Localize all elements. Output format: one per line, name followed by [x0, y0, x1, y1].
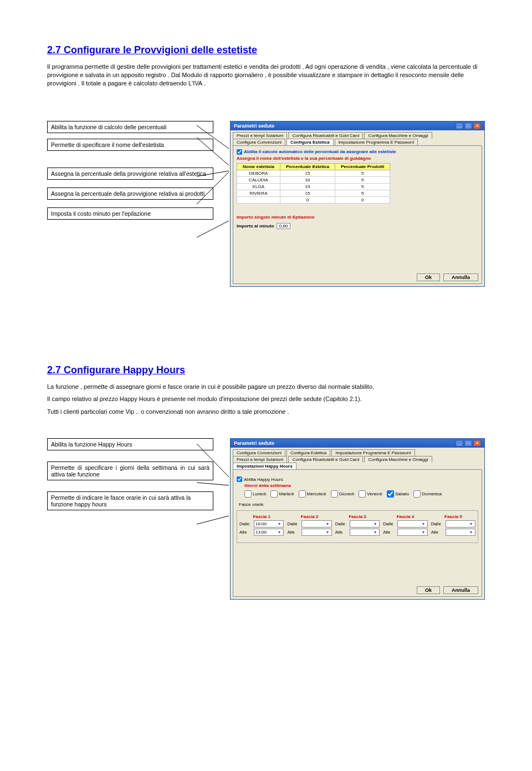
close-icon[interactable]: ×	[473, 440, 481, 447]
window-parametri-sedute: Parametri sedute _ □ × Prezzi e tempi So…	[230, 121, 485, 287]
heading-happy-hours: 2.7 Configurare Happy Hours	[47, 364, 485, 376]
checkbox-label: Abilita il calcolo automatico delle perc…	[244, 149, 396, 154]
day-mercoledi[interactable]	[299, 490, 306, 498]
tab-ricaricabili[interactable]: Configura Ricaricabili e Gold Card	[288, 132, 363, 139]
chevron-down-icon: ▾	[468, 521, 474, 526]
fascia5-header: Fascia 5	[431, 514, 475, 519]
day-lunedi[interactable]	[244, 490, 252, 498]
fascia2-dalle[interactable]: ▾	[301, 520, 331, 527]
window-parametri-sedute-hh: Parametri sedute _ □ × Configura Convenz…	[230, 438, 485, 600]
fascia5-alle[interactable]: ▾	[446, 529, 475, 536]
callout-percentuale-prodotti: Assegna la percentuale della provvigione…	[47, 187, 213, 200]
fascia3-header: Fascia 3	[335, 514, 380, 519]
hh-para1: La funzione , permette di assegnare gior…	[47, 383, 485, 391]
checkbox-abilita-hh[interactable]	[237, 476, 242, 482]
chevron-down-icon: ▾	[277, 521, 282, 526]
table-estetiste: Nome estetista Percentuale Estetica Perc…	[237, 163, 390, 204]
chevron-down-icon: ▾	[372, 521, 378, 526]
fascia2-alle[interactable]: ▾	[301, 529, 331, 536]
annulla-button[interactable]: Annulla	[443, 273, 478, 281]
checkbox-hh-label: Abilita Happy Hours	[244, 477, 283, 482]
giorni-label: Giorni della settimana	[244, 483, 478, 488]
fascia1-dalle[interactable]: 10:00▾	[254, 520, 284, 527]
tab-estetica[interactable]: Configura Estetica	[287, 449, 330, 456]
fascia1-header: Fascia 1	[239, 514, 284, 519]
fasce-label: Fasce orarie	[239, 502, 478, 507]
tab-impostazione-programma[interactable]: Impostazione Programma E Password	[331, 449, 415, 456]
maximize-icon[interactable]: □	[464, 440, 472, 447]
chevron-down-icon: ▾	[421, 521, 426, 526]
fascia3-alle[interactable]: ▾	[350, 529, 380, 536]
table-row: CALUDIA105	[237, 176, 390, 183]
window-title: Parametri sedute	[234, 123, 274, 129]
fascia1-alle[interactable]: 13:00▾	[254, 529, 284, 536]
tab-estetica[interactable]: Configura Estetica	[287, 139, 334, 145]
day-martedi[interactable]	[270, 490, 278, 498]
callout-fasce-orarie: Permette di indicare le fasce orarie in …	[47, 491, 213, 510]
tab-convenzioni[interactable]: Configura Convenzioni	[233, 449, 285, 456]
annulla-button[interactable]: Annulla	[443, 586, 478, 594]
tab-impostazione-programma[interactable]: Impostazione Programma E Password	[335, 139, 418, 145]
section-happy-hours: 2.7 Configurare Happy Hours La funzione …	[47, 364, 485, 600]
ok-button[interactable]: Ok	[417, 273, 440, 281]
callouts-left: Abilita la funzione di calcolo delle per…	[47, 121, 213, 227]
tab-macchine-omaggi[interactable]: Configura Macchine e Omaggi	[364, 456, 432, 463]
callout-costo-minuto: Imposta il costo minuto per l'epilazione	[47, 207, 213, 220]
importo-label: Importo al minuto	[237, 224, 274, 229]
minimize-icon[interactable]: _	[456, 440, 463, 447]
th-estetica: Percentuale Estetica	[280, 163, 335, 170]
day-giovedi[interactable]	[331, 490, 338, 498]
chevron-down-icon: ▾	[325, 521, 330, 526]
fascia3-dalle[interactable]: ▾	[350, 520, 380, 527]
day-venerdi[interactable]	[359, 490, 366, 498]
chevron-down-icon: ▾	[468, 530, 474, 535]
hh-para3: Tutti i clienti particolari come Vip .. …	[47, 408, 485, 416]
importo-input[interactable]: 0,80	[277, 223, 291, 229]
window-title-hh: Parametri sedute	[234, 440, 274, 446]
chevron-down-icon: ▾	[372, 530, 378, 535]
day-sabato[interactable]	[387, 490, 394, 498]
th-prodotti: Percentuale Prodotti	[335, 163, 390, 170]
tab-macchine-omaggi[interactable]: Configura Macchine e Omaggi	[364, 132, 432, 139]
chevron-down-icon: ▾	[421, 530, 426, 535]
table-row: 00	[237, 196, 390, 203]
callout-percentuale-estetica: Assegna la percentuale della provvigione…	[47, 168, 213, 180]
fascia4-header: Fascia 4	[383, 514, 427, 519]
table-row: ELGA155	[237, 183, 390, 190]
fascia4-alle[interactable]: ▾	[397, 529, 427, 536]
titlebar[interactable]: Parametri sedute _ □ ×	[231, 121, 484, 130]
table-row: DEBORA155	[237, 170, 390, 176]
callout-abilita-percentuali: Abilita la funzione di calcolo delle per…	[47, 121, 213, 133]
callouts-left-hh: Abilita la funzione Happy Hours Permette…	[47, 438, 213, 518]
chevron-down-icon: ▾	[325, 530, 330, 535]
titlebar-hh[interactable]: Parametri sedute _ □ ×	[231, 439, 484, 448]
fascia4-dalle[interactable]: ▾	[397, 520, 427, 527]
th-nome: Nome estetista	[237, 163, 280, 170]
days-row: Lunedì Martedì Mercoledì Giovedì Venerdì…	[244, 490, 478, 498]
checkbox-abilita-calcolo[interactable]	[237, 149, 242, 155]
tab-ricaricabili[interactable]: Configura Ricaricabili e Gold Card	[288, 456, 363, 463]
red-instruction: Assegna il nome dell'estetista e la sua …	[237, 156, 478, 161]
tab-convenzioni[interactable]: Configura Convenzioni	[233, 139, 285, 145]
tab-prezzi-solarium[interactable]: Prezzi e tempi Solarium	[233, 456, 287, 463]
importo-title: Importo singolo minuto di Epilazione	[237, 215, 478, 220]
intro-paragraph: Il programma permette di gestire delle p…	[47, 63, 485, 88]
fascia2-header: Fascia 2	[287, 514, 331, 519]
table-row: RIVIERA155	[237, 190, 390, 196]
callout-abilita-hh: Abilita la funzione Happy Hours	[47, 438, 213, 450]
callout-giorni-settimana: Permette di specificare i giorni della s…	[47, 461, 213, 480]
maximize-icon[interactable]: □	[464, 123, 472, 129]
callout-nome-estetista: Permette di specificare il nome dell'est…	[47, 139, 213, 151]
fascia5-dalle[interactable]: ▾	[446, 520, 475, 527]
minimize-icon[interactable]: _	[456, 123, 463, 129]
tab-happy-hours[interactable]: Impostazioni Happy Hours	[233, 463, 296, 469]
heading-provvigioni: 2.7 Configurare le Provvigioni delle est…	[47, 44, 485, 56]
tab-prezzi-solarium[interactable]: Prezzi e tempi Solarium	[233, 132, 287, 139]
hh-para2: Il campo relativo al prezzo Happy Hours …	[47, 395, 485, 403]
day-domenica[interactable]	[413, 490, 421, 498]
section-provvigioni: 2.7 Configurare le Provvigioni delle est…	[47, 44, 485, 287]
chevron-down-icon: ▾	[277, 530, 282, 535]
ok-button[interactable]: Ok	[417, 586, 440, 594]
close-icon[interactable]: ×	[473, 123, 481, 129]
